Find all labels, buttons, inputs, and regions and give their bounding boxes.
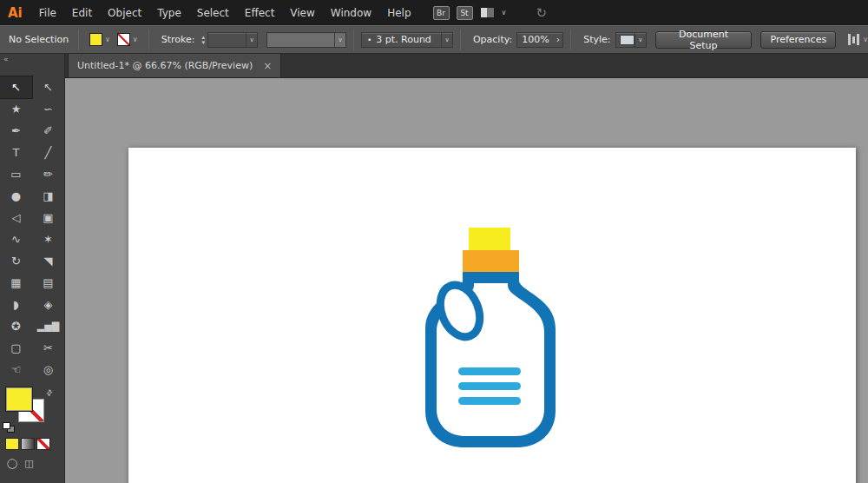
divider — [460, 30, 461, 50]
selection-tool[interactable]: ↖ — [0, 76, 32, 98]
menu-window[interactable]: Window — [323, 0, 379, 25]
label-stripe[interactable] — [458, 367, 521, 375]
chevron-down-icon[interactable]: ∨ — [334, 33, 345, 47]
menu-view[interactable]: View — [282, 0, 322, 25]
sync-icon[interactable]: ↻ — [536, 5, 547, 21]
pencil-tool[interactable]: ✏ — [32, 163, 64, 185]
align-options-control[interactable]: ∨ — [848, 34, 868, 45]
chevron-down-icon[interactable]: ∨ — [502, 9, 507, 17]
eraser-tool[interactable]: ◨ — [32, 185, 64, 207]
pen-tool[interactable]: ✒ — [0, 120, 32, 142]
bottle-cap[interactable] — [463, 250, 519, 272]
menu-help[interactable]: Help — [379, 0, 418, 25]
gradient-button[interactable] — [21, 438, 35, 450]
stock-button[interactable]: St — [457, 6, 473, 20]
menu-object[interactable]: Object — [100, 0, 149, 25]
divider — [353, 30, 354, 50]
fill-color-control[interactable]: ∨ — [89, 33, 110, 46]
slice-tool[interactable]: ✂ — [32, 337, 64, 359]
blob-brush-tool[interactable]: ● — [0, 185, 32, 207]
brush-definition-dropdown[interactable]: • 3 pt. Round ∨ — [361, 32, 453, 48]
column-graph-tool[interactable]: ▂▅▇ — [32, 315, 64, 337]
collapse-panel-button[interactable]: « — [3, 55, 9, 63]
type-tool[interactable]: T — [0, 142, 32, 163]
stroke-weight-dropdown[interactable]: ∨ — [207, 32, 258, 48]
style-dropdown[interactable]: ∨ — [615, 32, 647, 48]
chevron-down-icon[interactable]: ∨ — [441, 33, 452, 47]
default-fill-stroke-icon[interactable] — [3, 422, 16, 433]
draw-behind-icon[interactable]: ◫ — [24, 458, 33, 469]
document-tab-title: Untitled-1* @ 66.67% (RGB/Preview) — [77, 60, 253, 71]
align-options-icon[interactable] — [848, 34, 859, 45]
width-profile-dropdown[interactable]: ∨ — [266, 32, 346, 48]
menu-bar: Ai File Edit Object Type Select Effect V… — [0, 0, 868, 25]
lasso-tool[interactable]: ∽ — [32, 98, 64, 120]
bridge-button[interactable]: Br — [433, 6, 450, 20]
reflect-tool[interactable]: ◁ — [0, 207, 32, 228]
mesh-tool[interactable]: ▦ — [0, 272, 32, 294]
artboard[interactable] — [128, 148, 856, 483]
magic-wand-tool[interactable]: ★ — [0, 98, 32, 120]
opacity-label[interactable]: Opacity: — [473, 34, 512, 45]
scale-tool[interactable]: ◥ — [32, 250, 64, 272]
direct-selection-tool[interactable]: ↖ — [32, 76, 64, 98]
artboard-tool[interactable]: ▢ — [0, 337, 32, 359]
style-swatch — [620, 35, 635, 45]
divider — [148, 30, 149, 50]
close-icon[interactable]: × — [263, 60, 272, 72]
stroke-color-control[interactable]: ∨ — [117, 33, 138, 46]
arrange-documents-icon[interactable] — [480, 7, 495, 18]
hand-tool[interactable]: ☜ — [0, 359, 32, 380]
divider — [78, 30, 79, 50]
style-label: Style: — [583, 34, 610, 45]
bottle-cap-top[interactable] — [469, 228, 510, 251]
color-button[interactable] — [5, 438, 19, 450]
opacity-arrow-icon[interactable]: › — [554, 33, 563, 47]
menu-edit[interactable]: Edit — [64, 0, 100, 25]
menu-file[interactable]: File — [31, 0, 64, 25]
canvas[interactable] — [65, 78, 868, 483]
chevron-down-icon[interactable]: ∨ — [246, 33, 257, 47]
opacity-input[interactable]: 100% › — [516, 32, 563, 48]
none-button[interactable] — [36, 438, 50, 450]
blend-tool[interactable]: ◈ — [32, 294, 64, 315]
menu-type[interactable]: Type — [149, 0, 189, 25]
fill-indicator[interactable] — [6, 387, 32, 411]
fill-color-swatch[interactable] — [89, 33, 102, 46]
chevron-down-icon[interactable]: ∨ — [635, 33, 646, 47]
divider — [570, 30, 571, 50]
menu-effect[interactable]: Effect — [237, 0, 283, 25]
label-stripe[interactable] — [458, 397, 521, 405]
stroke-color-swatch[interactable] — [117, 33, 130, 46]
zoom-tool[interactable]: ◎ — [32, 359, 64, 380]
eyedropper-tool[interactable]: ◗ — [0, 294, 32, 315]
chevron-down-icon[interactable]: ∨ — [105, 36, 110, 43]
rectangle-tool[interactable]: ▭ — [0, 163, 32, 185]
app-bar: Br St ∨ ↻ — [433, 5, 547, 21]
gradient-tool[interactable]: ▤ — [32, 272, 64, 294]
bottle-artwork[interactable] — [421, 222, 569, 456]
symbol-sprayer-tool[interactable]: ✪ — [0, 315, 32, 337]
swap-fill-stroke-icon[interactable]: ⇄ — [44, 387, 55, 398]
chevron-down-icon[interactable]: ∨ — [133, 36, 138, 43]
paintbrush-tool[interactable]: ✐ — [32, 120, 64, 142]
line-segment-tool[interactable]: ╱ — [32, 142, 64, 163]
color-mode-buttons — [5, 438, 64, 450]
label-stripe[interactable] — [458, 382, 521, 390]
free-transform-tool[interactable]: ▣ — [32, 207, 64, 228]
stepper-down-icon[interactable]: ▾ — [201, 40, 205, 45]
brush-dot-icon: • — [362, 36, 372, 44]
rotate-tool[interactable]: ↻ — [0, 250, 32, 272]
width-tool[interactable]: ∿ — [0, 228, 32, 250]
opacity-value[interactable]: 100% — [517, 34, 553, 45]
draw-normal-icon[interactable]: ◯ — [7, 458, 17, 469]
stroke-weight-stepper[interactable]: ▴ ▾ — [201, 35, 205, 45]
fill-stroke-indicator: ⇄ — [0, 387, 64, 434]
shape-builder-tool[interactable]: ✶ — [32, 228, 64, 250]
document-setup-button[interactable]: Document Setup — [655, 31, 753, 49]
app-logo: Ai — [0, 5, 31, 21]
preferences-button[interactable]: Preferences — [760, 31, 836, 49]
chevron-down-icon[interactable]: ∨ — [863, 36, 868, 43]
menu-select[interactable]: Select — [189, 0, 237, 25]
document-tab[interactable]: Untitled-1* @ 66.67% (RGB/Preview) × — [68, 54, 281, 77]
